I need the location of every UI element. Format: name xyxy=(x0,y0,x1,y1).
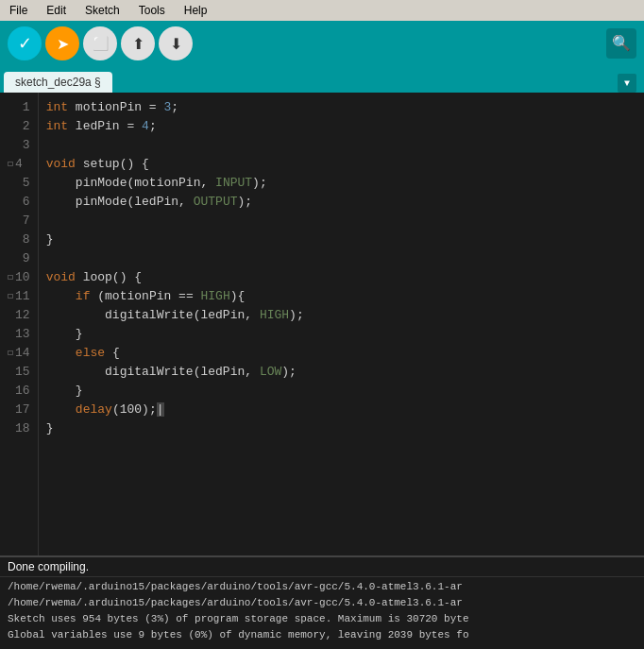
code-editor[interactable]: int motionPin = 3; int ledPin = 4; void … xyxy=(39,93,644,555)
menu-edit[interactable]: Edit xyxy=(42,2,70,19)
editor-area: 1 2 3 ◻4 5 6 7 8 9 ◻10 ◻11 12 13 ◻14 15 … xyxy=(0,93,644,555)
chevron-down-icon: ▼ xyxy=(624,78,630,89)
line-num-14: ◻14 xyxy=(8,344,30,363)
line-num-2: 2 xyxy=(8,117,30,136)
line-num-5: 5 xyxy=(8,174,30,193)
line-num-16: 16 xyxy=(8,382,30,401)
line-num-17: 17 xyxy=(8,401,30,419)
menu-tools[interactable]: Tools xyxy=(135,2,169,19)
menu-help[interactable]: Help xyxy=(180,2,212,19)
console-area: Done compiling. /home/rwema/.arduino15/p… xyxy=(0,555,644,649)
open-button[interactable]: ⬆ xyxy=(121,26,155,60)
console-line-4: Global variables use 9 bytes (0%) of dyn… xyxy=(8,627,636,643)
line-num-13: 13 xyxy=(8,325,30,344)
line-num-3: 3 xyxy=(8,136,30,155)
tab-sketch[interactable]: sketch_dec29a § xyxy=(4,72,112,93)
line-num-6: 6 xyxy=(8,193,30,212)
line-numbers: 1 2 3 ◻4 5 6 7 8 9 ◻10 ◻11 12 13 ◻14 15 … xyxy=(0,93,39,555)
upload-button[interactable]: ➤ xyxy=(45,26,79,60)
console-line-2: /home/rwema/.arduino15/packages/arduino/… xyxy=(8,595,636,611)
verify-button[interactable]: ✓ xyxy=(8,26,42,60)
tab-bar: sketch_dec29a § ▼ xyxy=(0,66,644,93)
new-button[interactable]: ⬜ xyxy=(83,26,117,60)
line-num-8: 8 xyxy=(8,231,30,249)
search-icon: 🔍 xyxy=(612,34,631,53)
line-num-11: ◻11 xyxy=(8,287,30,306)
search-button[interactable]: 🔍 xyxy=(606,28,636,59)
console-output[interactable]: /home/rwema/.arduino15/packages/arduino/… xyxy=(0,577,644,649)
console-status: Done compiling. xyxy=(0,557,644,577)
tab-label: sketch_dec29a § xyxy=(15,76,101,89)
console-line-3: Sketch uses 954 bytes (3%) of program st… xyxy=(8,611,636,627)
line-num-18: 18 xyxy=(8,419,30,438)
toolbar: ✓ ➤ ⬜ ⬆ ⬇ 🔍 xyxy=(0,21,644,66)
line-num-7: 7 xyxy=(8,212,30,231)
line-num-12: 12 xyxy=(8,306,30,325)
menu-bar: File Edit Sketch Tools Help xyxy=(0,0,644,21)
menu-file[interactable]: File xyxy=(6,2,31,19)
save-button[interactable]: ⬇ xyxy=(159,26,193,60)
tab-dropdown-button[interactable]: ▼ xyxy=(618,74,636,93)
line-num-1: 1 xyxy=(8,98,30,117)
line-num-9: 9 xyxy=(8,249,30,268)
menu-sketch[interactable]: Sketch xyxy=(81,2,124,19)
line-num-4: ◻4 xyxy=(8,155,30,174)
line-num-10: ◻10 xyxy=(8,268,30,287)
line-num-15: 15 xyxy=(8,363,30,382)
console-line-1: /home/rwema/.arduino15/packages/arduino/… xyxy=(8,579,636,595)
